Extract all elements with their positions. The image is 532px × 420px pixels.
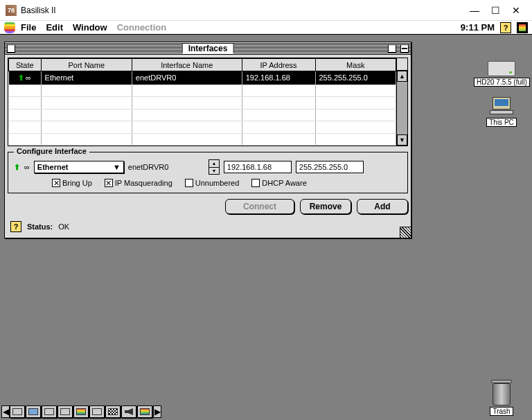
help-icon[interactable]: ? [500,22,511,33]
menu-edit[interactable]: Edit [46,22,63,33]
link-icon: ∞ [24,163,30,171]
table-scrollbar[interactable]: ▲ ▼ [396,58,407,146]
scroll-up-icon[interactable]: ▲ [397,71,407,82]
col-ip[interactable]: IP Address [242,59,315,71]
menubar-clock[interactable]: 9:11 PM [461,22,495,33]
strip-arrow-right-icon[interactable]: ▶ [153,405,161,418]
ip-address-input[interactable] [224,161,292,173]
dhcp-checkbox[interactable]: DHCP Aware [251,179,306,187]
status-value: OK [58,222,69,231]
apple-menu-icon[interactable] [4,22,15,33]
table-row[interactable]: ⬆∞ Ethernet enetDRVR0 192.168.1.68 255.2… [9,71,396,85]
hd-icon[interactable]: HD20 7.5.5 (full) [474,61,529,87]
col-state[interactable]: State [9,59,42,71]
window-resize-handle[interactable] [400,227,411,238]
strip-btn-4[interactable] [57,405,73,418]
stepper-down-icon[interactable]: ▼ [209,168,219,175]
port-select[interactable]: Ethernet ▼ [34,161,124,173]
col-port[interactable]: Port Name [41,59,132,71]
window-close-button[interactable] [7,44,15,53]
table-row[interactable] [9,85,396,96]
pc-label: This PC [486,118,517,127]
strip-btn-6[interactable] [89,405,105,418]
strip-btn-1[interactable] [10,405,25,418]
window-titlebar[interactable]: Interfaces [5,42,411,55]
trash-icon[interactable]: Trash [474,380,529,416]
trash-label: Trash [490,407,513,416]
scroll-track[interactable] [397,82,407,134]
group-label: Configure Interface [14,147,89,155]
interfaces-table: State Port Name Interface Name IP Addres… [8,58,408,146]
configure-groupbox: Configure Interface ⬆ ∞ Ethernet ▼ enetD… [8,152,408,193]
strip-btn-sound[interactable] [121,405,136,418]
minimize-button[interactable]: — [464,5,485,16]
help-icon[interactable]: ? [10,221,21,232]
strip-arrow-left-icon[interactable]: ◀ [1,405,10,418]
close-button[interactable]: ✕ [506,5,526,16]
host-title: Basilisk II [21,6,464,15]
table-row[interactable] [9,133,396,145]
col-interface[interactable]: Interface Name [132,59,242,71]
bring-up-checkbox[interactable]: ✕Bring Up [52,179,92,187]
strip-btn-5[interactable] [73,405,89,418]
link-icon: ∞ [26,73,31,82]
interface-name-label: enetDRVR0 [128,163,204,171]
arrow-up-icon: ⬆ [18,73,24,82]
col-mask[interactable]: Mask [315,59,396,71]
stepper-up-icon[interactable]: ▲ [209,160,219,168]
add-button[interactable]: Add [357,199,408,214]
menu-file[interactable]: File [21,22,36,33]
cell-ip: 192.168.1.68 [242,71,315,85]
window-zoom-button[interactable] [388,44,396,53]
scroll-down-icon[interactable]: ▼ [397,134,407,146]
control-strip: ◀ ▶ [1,405,161,419]
remove-button[interactable]: Remove [300,199,351,214]
strip-btn-3[interactable] [42,405,57,418]
unnumbered-checkbox[interactable]: Unnumbered [185,179,240,187]
strip-btn-7[interactable] [105,405,121,418]
pc-icon[interactable]: This PC [474,97,529,127]
computer-icon [490,97,513,116]
ip-masq-checkbox[interactable]: ✕IP Masquerading [105,179,172,187]
table-row[interactable] [9,109,396,121]
port-select-value: Ethernet [37,163,69,171]
speaker-icon [125,408,133,415]
mac-menubar: File Edit Window Connection 9:11 PM ? [0,21,532,35]
interfaces-window: Interfaces State Port Name Interface Nam… [4,42,411,238]
window-title: Interfaces [182,44,234,53]
connect-button[interactable]: Connect [225,199,294,214]
cell-port: Ethernet [41,71,132,85]
cell-interface: enetDRVR0 [132,71,242,85]
maximize-button[interactable]: ☐ [485,5,506,16]
table-row[interactable] [9,121,396,133]
hard-disk-icon [488,61,515,76]
cell-mask: 255.255.255.0 [315,71,396,85]
menu-window[interactable]: Window [73,22,107,33]
arrow-up-icon: ⬆ [14,163,20,172]
mac-desktop: File Edit Window Connection 9:11 PM ? HD… [0,21,532,420]
ipremote-icon[interactable] [517,22,528,33]
window-collapse-button[interactable] [400,44,409,53]
strip-btn-2[interactable] [26,405,41,418]
interface-stepper[interactable]: ▲ ▼ [209,159,220,175]
hd-label: HD20 7.5.5 (full) [474,78,530,87]
chevron-down-icon: ▼ [113,163,121,171]
mask-input[interactable] [296,161,364,173]
host-titlebar: 78 Basilisk II — ☐ ✕ [0,0,532,21]
status-label: Status: [27,222,53,231]
table-row[interactable] [9,97,396,109]
strip-btn-9[interactable] [137,405,152,418]
menu-connection: Connection [117,22,167,33]
app-icon: 78 [6,5,17,16]
